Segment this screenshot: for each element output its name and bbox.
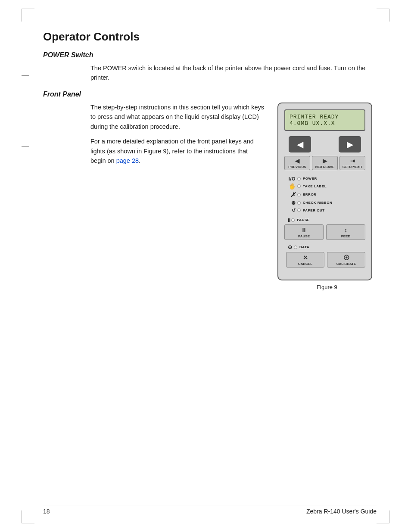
next-save-icon: ▶ — [323, 158, 327, 164]
previous-icon: ◀ — [295, 158, 299, 164]
next-save-button[interactable]: ▶ NEXT/SAVE — [312, 156, 338, 170]
forward-arrow-button[interactable]: ▶ — [339, 136, 361, 152]
paper-out-label: PAPER OUT — [303, 208, 325, 212]
large-arrow-buttons: ◀ ▶ — [284, 136, 365, 152]
calibrate-label: CALIBRATE — [336, 262, 356, 266]
take-label-symbol: 🖐 — [286, 183, 296, 190]
power-switch-body: The POWER switch is located at the back … — [90, 63, 377, 83]
front-panel-body2-text: For a more detailed explanation of the f… — [90, 138, 254, 164]
data-led — [294, 246, 297, 249]
check-ribbon-symbol: ⊛ — [286, 200, 296, 206]
error-label: ERROR — [303, 193, 316, 196]
front-panel-image-col: PRINTER READY 4.0MB UX.X.X ◀ ▶ ◀ PREVIOU… — [277, 103, 377, 290]
small-nav-buttons: ◀ PREVIOUS ▶ NEXT/SAVE ⇥ SETUP/EXIT — [284, 156, 365, 170]
pause-led — [291, 218, 295, 222]
status-power: I/O POWER — [286, 176, 365, 181]
corner-mark-tl — [22, 9, 34, 22]
previous-button[interactable]: ◀ PREVIOUS — [284, 156, 310, 170]
edge-mark-left-mid — [22, 146, 29, 147]
take-label-led — [297, 184, 301, 188]
data-section: ⊙ DATA ✕ CANCEL ⦿ CALIBRATE — [284, 244, 365, 268]
check-ribbon-led — [297, 201, 301, 205]
paper-out-led — [297, 208, 301, 212]
front-panel-body1: The step-by-step instructions in this se… — [90, 103, 265, 131]
take-label-label: TAKE LABEL — [303, 184, 327, 188]
cancel-button[interactable]: ✕ CANCEL — [286, 252, 324, 268]
data-indicator-row: ⊙ DATA — [286, 244, 365, 250]
front-panel-row: The step-by-step instructions in this se… — [43, 103, 377, 290]
error-symbol: ✗ — [286, 191, 296, 198]
cancel-calibrate-buttons: ✕ CANCEL ⦿ CALIBRATE — [286, 252, 365, 268]
power-switch-section: POWER Switch The POWER switch is located… — [43, 51, 377, 83]
page: Operator Controls POWER Switch The POWER… — [0, 0, 411, 532]
setup-exit-button[interactable]: ⇥ SETUP/EXIT — [339, 156, 365, 170]
edge-mark-left-top — [22, 75, 29, 76]
feed-button[interactable]: ↕ FEED — [326, 224, 365, 240]
data-symbol: ⊙ — [288, 244, 292, 250]
status-paper-out: ↺ PAPER OUT — [286, 208, 365, 213]
corner-mark-br — [377, 510, 389, 523]
calibrate-button[interactable]: ⦿ CALIBRATE — [327, 252, 365, 268]
power-switch-title: POWER Switch — [43, 51, 377, 59]
front-panel-section: Front Panel The step-by-step instruction… — [43, 90, 377, 290]
paper-out-symbol: ↺ — [286, 208, 296, 213]
lcd-line1: PRINTER READY — [290, 114, 360, 120]
lcd-line2: 4.0MB UX.X.X — [290, 120, 360, 127]
cancel-icon: ✕ — [303, 254, 308, 261]
front-panel-body2: For a more detailed explanation of the f… — [90, 137, 265, 165]
status-check-ribbon: ⊛ CHECK RIBBON — [286, 200, 365, 206]
status-take-label: 🖐 TAKE LABEL — [286, 183, 365, 190]
status-indicators: I/O POWER 🖐 TAKE LABEL ✗ ERROR — [284, 176, 365, 213]
front-panel-body2-end: . — [139, 157, 140, 164]
previous-label: PREVIOUS — [288, 165, 306, 169]
power-symbol: I/O — [286, 176, 296, 181]
status-error: ✗ ERROR — [286, 191, 365, 198]
setup-exit-icon: ⇥ — [350, 158, 355, 164]
page-title: Operator Controls — [43, 30, 377, 44]
lcd-screen: PRINTER READY 4.0MB UX.X.X — [284, 109, 365, 131]
footer-doc-title: Zebra R-140 User's Guide — [306, 508, 377, 515]
pause-label: PAUSE — [298, 234, 310, 238]
next-save-label: NEXT/SAVE — [315, 165, 335, 169]
power-led — [297, 177, 301, 180]
back-arrow-button[interactable]: ◀ — [289, 136, 311, 152]
power-label: POWER — [303, 177, 317, 180]
data-label: DATA — [299, 245, 309, 249]
front-panel-title: Front Panel — [43, 90, 377, 98]
error-led — [297, 193, 301, 196]
check-ribbon-label: CHECK RIBBON — [303, 201, 332, 205]
corner-mark-tr — [377, 9, 389, 22]
pause-feed-buttons: II PAUSE ↕ FEED — [284, 224, 365, 240]
pause-inline-icon: II — [288, 218, 290, 223]
printer-panel: PRINTER READY 4.0MB UX.X.X ◀ ▶ ◀ PREVIOU… — [277, 103, 372, 280]
feed-icon: ↕ — [344, 227, 347, 233]
footer: 18 Zebra R-140 User's Guide — [43, 505, 377, 515]
cancel-label: CANCEL — [298, 262, 312, 266]
calibrate-icon: ⦿ — [343, 254, 349, 261]
corner-mark-bl — [22, 510, 34, 523]
feed-label: FEED — [341, 234, 350, 238]
power-switch-text: The POWER switch is located at the back … — [90, 63, 377, 83]
page-28-link[interactable]: page 28 — [116, 157, 139, 164]
pause-button[interactable]: II PAUSE — [284, 224, 324, 240]
pause-indicator: II PAUSE — [284, 218, 365, 223]
footer-page-number: 18 — [43, 508, 50, 515]
pause-section: II PAUSE II PAUSE ↕ FEED — [284, 218, 365, 240]
figure-caption: Figure 9 — [277, 284, 377, 290]
setup-exit-label: SETUP/EXIT — [342, 165, 363, 169]
front-panel-text-col: The step-by-step instructions in this se… — [90, 103, 265, 166]
pause-indicator-label: PAUSE — [297, 218, 309, 222]
pause-icon: II — [302, 227, 306, 233]
